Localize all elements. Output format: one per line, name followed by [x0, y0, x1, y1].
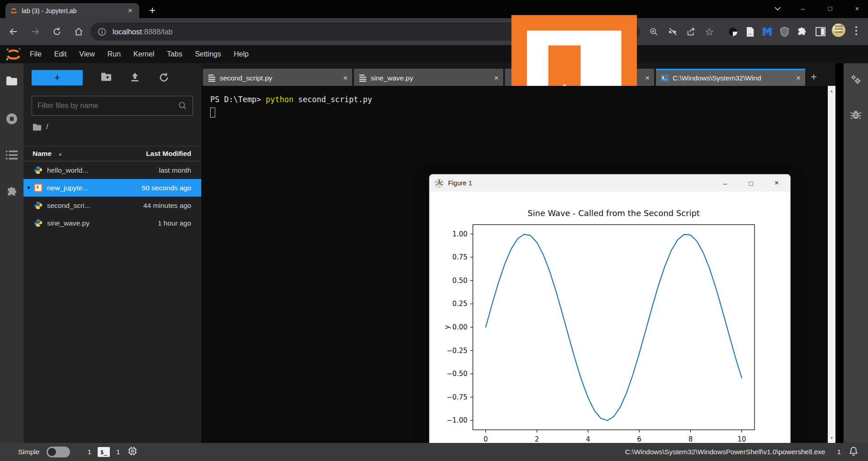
svg-text:0.25: 0.25 — [453, 300, 467, 308]
right-activity-bar — [844, 63, 868, 443]
window-maximize-button[interactable]: □ — [821, 3, 839, 14]
svg-text:10: 10 — [737, 435, 746, 443]
upload-icon[interactable] — [130, 72, 141, 83]
kernel-chip-icon[interactable] — [127, 446, 137, 458]
window-close-button[interactable]: × — [848, 3, 866, 14]
forward-icon[interactable] — [28, 24, 42, 39]
column-last-modified[interactable]: Last Modified — [146, 150, 191, 158]
home-icon[interactable] — [71, 24, 86, 39]
svg-text:1.00: 1.00 — [453, 230, 467, 238]
new-folder-icon[interactable] — [101, 72, 112, 83]
figure-minimize-button[interactable]: – — [713, 174, 737, 192]
scrollbar-up-icon[interactable]: ▲ — [828, 89, 835, 93]
menu-file[interactable]: File — [24, 45, 48, 63]
toggle-knob — [48, 448, 56, 456]
figure-maximize-button[interactable]: □ — [739, 174, 763, 192]
menu-kernel[interactable]: Kernel — [127, 45, 160, 63]
terminal-status-icon[interactable]: $_ — [98, 447, 110, 457]
malwarebytes-extension-icon[interactable] — [760, 24, 775, 39]
dark-reader-extension-icon[interactable] — [725, 24, 741, 39]
menu-help[interactable]: Help — [227, 45, 255, 63]
svg-text:−0.75: −0.75 — [447, 393, 467, 401]
python-file-icon — [34, 201, 42, 210]
terminal-scrollbar[interactable]: ▲ ▼ — [828, 86, 835, 443]
sine-wave-chart: Sine Wave - Called from the Second Scrip… — [429, 192, 790, 461]
file-list-header[interactable]: Name ▲ Last Modified — [24, 146, 201, 161]
file-filter-input[interactable] — [32, 102, 178, 110]
dock-tab-close-icon[interactable]: × — [645, 74, 650, 83]
dock-tab-close-icon[interactable]: × — [796, 74, 801, 83]
figure-window[interactable]: Figure 1 – □ × Sine Wave - Called from t… — [429, 174, 791, 461]
file-row-sine_wavepy[interactable]: sine_wave.py1 hour ago — [24, 214, 201, 232]
notification-count[interactable]: 1 — [837, 448, 841, 456]
running-sessions-icon[interactable] — [6, 113, 18, 125]
breadcrumb-root[interactable]: / — [46, 123, 48, 131]
file-row-second_scri[interactable]: second_scri...44 minutes ago — [24, 197, 201, 214]
dock-tab-close-icon[interactable]: × — [343, 74, 348, 83]
file-row-new_jupyte[interactable]: •new_jupyte...50 seconds ago — [24, 179, 201, 197]
figure-close-button[interactable]: × — [765, 174, 788, 192]
browser-new-tab-button[interactable]: + — [149, 5, 156, 15]
file-filter-box[interactable] — [32, 96, 193, 116]
column-name[interactable]: Name — [33, 150, 52, 158]
side-panel-icon[interactable] — [813, 24, 828, 39]
svg-text:6: 6 — [637, 435, 642, 443]
menu-view[interactable]: View — [73, 45, 101, 63]
browser-tab[interactable]: lab (3) - JupyterLab × — [5, 3, 139, 18]
active-shell-path[interactable]: C:\Windows\System32\WindowsPowerShell\v1… — [625, 448, 826, 456]
window-tab-search-icon[interactable] — [769, 3, 787, 14]
file-modified: last month — [159, 166, 191, 174]
browser-menu-dots-icon[interactable] — [855, 26, 857, 28]
dock-tab-file[interactable]: sine_wave.py× — [354, 69, 503, 86]
table-of-contents-icon[interactable] — [6, 150, 18, 162]
zoom-page-icon[interactable] — [646, 24, 661, 39]
svg-text:0.75: 0.75 — [453, 253, 467, 261]
file-modified: 50 seconds ago — [142, 184, 191, 192]
figure-titlebar[interactable]: Figure 1 – □ × — [429, 174, 790, 192]
menu-edit[interactable]: Edit — [48, 45, 73, 63]
file-modified: 44 minutes ago — [143, 202, 191, 210]
back-icon[interactable] — [6, 24, 21, 39]
property-inspector-icon[interactable] — [850, 74, 862, 86]
file-browser-icon[interactable] — [6, 76, 18, 88]
file-modified: 1 hour ago — [158, 219, 191, 227]
window-minimize-button[interactable]: – — [794, 3, 812, 14]
terminal-prompt: PS D:\Temp> — [210, 95, 266, 104]
menu-tabs[interactable]: Tabs — [160, 45, 189, 63]
dock-tab-terminal[interactable]: $_C:\Windows\System32\Wind× — [656, 69, 805, 86]
site-info-icon[interactable] — [98, 28, 106, 36]
file-name: sine_wave.py — [47, 219, 90, 227]
extensions-puzzle-icon[interactable] — [794, 24, 809, 39]
reload-icon[interactable] — [50, 24, 64, 39]
dock-tab-notebook[interactable]: new_jupyter_notebook.ipynb× — [505, 69, 654, 86]
dock-add-tab-button[interactable]: + — [811, 71, 817, 83]
kernel-count[interactable]: 1 — [116, 448, 120, 456]
root-folder-icon[interactable] — [33, 123, 42, 131]
bookmark-star-icon[interactable]: ☆ — [702, 24, 717, 39]
terminal-count[interactable]: 1 — [87, 448, 91, 456]
svg-text:2: 2 — [535, 435, 539, 443]
jupyter-favicon — [10, 7, 18, 14]
new-launcher-button[interactable]: + — [32, 70, 83, 85]
profile-avatar[interactable] — [832, 24, 845, 37]
python-file-icon — [34, 219, 42, 227]
dock-tab-close-icon[interactable]: × — [494, 74, 499, 83]
breadcrumb[interactable]: / — [33, 123, 48, 131]
browser-tab-close-icon[interactable]: × — [126, 6, 135, 15]
share-icon[interactable] — [684, 24, 699, 39]
shield-extension-icon[interactable] — [777, 24, 792, 39]
debugger-bug-icon[interactable] — [850, 109, 862, 121]
file-row-hello_world[interactable]: hello_world...last month — [24, 161, 201, 179]
password-eye-off-icon[interactable] — [665, 24, 680, 39]
dock-tab-file[interactable]: second_script.py× — [203, 69, 352, 86]
svg-text:8: 8 — [689, 435, 693, 443]
menu-run[interactable]: Run — [101, 45, 127, 63]
document-extension-icon[interactable] — [742, 24, 758, 39]
scrollbar-down-icon[interactable]: ▼ — [828, 436, 835, 440]
notification-bell-icon[interactable] — [849, 447, 858, 458]
extension-manager-icon[interactable] — [6, 186, 18, 198]
refresh-icon[interactable] — [159, 72, 170, 83]
menu-settings[interactable]: Settings — [189, 45, 227, 63]
figure-title: Figure 1 — [448, 179, 472, 187]
simple-mode-toggle[interactable] — [47, 447, 70, 457]
